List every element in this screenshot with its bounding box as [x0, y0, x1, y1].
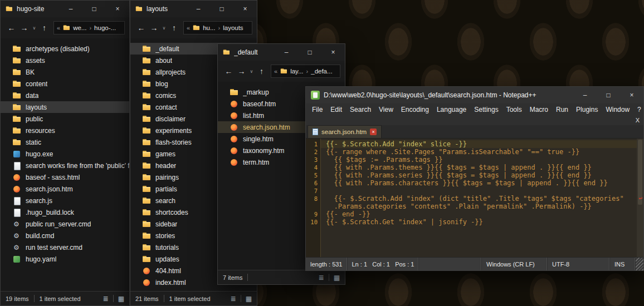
- code-line[interactable]: 10 {{- $.Scratch.Get "index" | jsonify -…: [306, 218, 643, 226]
- menu-search[interactable]: Search: [346, 106, 375, 113]
- line-number[interactable]: 3: [306, 156, 321, 164]
- details-view-icon[interactable]: ≣: [103, 295, 109, 302]
- close-button[interactable]: ×: [321, 44, 345, 61]
- title-bar[interactable]: layouts – □ ×: [130, 1, 257, 17]
- minimize-button[interactable]: –: [187, 1, 210, 17]
- breadcrumb-item[interactable]: _defa...: [311, 68, 332, 75]
- close-button[interactable]: ×: [106, 1, 129, 17]
- tab-close-icon[interactable]: ×: [370, 129, 377, 135]
- menu-run[interactable]: Run: [552, 106, 572, 113]
- file-row[interactable]: baseof - sass.html: [1, 171, 129, 183]
- close-document-button[interactable]: X: [636, 117, 640, 124]
- code-line[interactable]: 8 {{- $.Scratch.Add "index" (dict "title…: [306, 195, 643, 203]
- recent-locations-icon[interactable]: ∨: [31, 26, 38, 31]
- recent-locations-icon[interactable]: ∨: [160, 26, 168, 31]
- line-number[interactable]: 2: [306, 148, 321, 156]
- recent-locations-icon[interactable]: ∨: [248, 69, 255, 74]
- address-bar[interactable]: « hu... › layouts: [183, 21, 252, 34]
- file-row[interactable]: .hugo_build.lock: [1, 206, 129, 218]
- line-number[interactable]: 5: [306, 171, 321, 179]
- up-icon[interactable]: ↑: [38, 23, 51, 32]
- tab-search-json-htm[interactable]: search.json.htm ×: [308, 125, 382, 138]
- back-icon[interactable]: ←: [5, 23, 18, 32]
- line-number[interactable]: [306, 203, 321, 210]
- forward-icon[interactable]: →: [148, 23, 160, 32]
- breadcrumb-item[interactable]: lay...: [290, 68, 303, 75]
- file-row[interactable]: assets: [1, 55, 129, 66]
- menu-plugins[interactable]: Plugins: [572, 106, 602, 113]
- close-button[interactable]: ×: [233, 1, 257, 17]
- code-line[interactable]: 1 {{- $.Scratch.Add "index" slice -}} ↩: [306, 140, 643, 148]
- thumbnails-view-icon[interactable]: ▦: [118, 295, 124, 302]
- title-bar[interactable]: D:\www\web2.0\hugo-site\layouts\_default…: [306, 87, 643, 103]
- menu-view[interactable]: View: [375, 106, 397, 113]
- up-icon[interactable]: ↑: [255, 67, 268, 76]
- file-row[interactable]: data: [1, 90, 129, 101]
- resize-grip[interactable]: [636, 258, 643, 270]
- file-row[interactable]: layouts: [1, 101, 129, 113]
- details-view-icon[interactable]: ≣: [319, 274, 324, 281]
- code-line[interactable]: 7 ↩: [306, 187, 643, 195]
- back-icon[interactable]: ←: [135, 23, 148, 32]
- maximize-button[interactable]: □: [210, 1, 233, 17]
- breadcrumb-item[interactable]: layouts: [223, 24, 243, 31]
- file-row[interactable]: public run_server.cmd: [1, 218, 129, 230]
- line-number[interactable]: 4: [306, 164, 321, 171]
- minimize-button[interactable]: –: [275, 44, 298, 61]
- code-line[interactable]: 9 {{- end -}} ↩: [306, 210, 643, 218]
- menu-settings[interactable]: Settings: [470, 106, 502, 113]
- file-row[interactable]: run test server.cmd: [1, 241, 129, 253]
- address-bar[interactable]: « we... › hugo-...: [53, 21, 125, 34]
- address-bar[interactable]: « lay... › _defa...: [271, 65, 340, 78]
- thumbnails-view-icon[interactable]: ▦: [246, 295, 252, 302]
- menu-file[interactable]: File: [308, 106, 326, 113]
- menu-edit[interactable]: Edit: [326, 106, 346, 113]
- line-number[interactable]: 1: [306, 140, 321, 148]
- editor[interactable]: 1 {{- $.Scratch.Add "index" slice -}} ↩ …: [306, 139, 643, 257]
- up-icon[interactable]: ↑: [168, 23, 180, 32]
- line-number[interactable]: 8: [306, 195, 321, 203]
- minimize-button[interactable]: –: [59, 1, 82, 17]
- line-number[interactable]: 6: [306, 179, 321, 187]
- breadcrumb-item[interactable]: we...: [73, 24, 86, 31]
- file-row[interactable]: archetypes (disabled): [1, 43, 129, 55]
- code-area[interactable]: 1 {{- $.Scratch.Add "index" slice -}} ↩ …: [306, 139, 643, 226]
- file-row[interactable]: build.cmd: [1, 230, 129, 241]
- details-view-icon[interactable]: ≣: [231, 295, 236, 302]
- menu-help[interactable]: ?: [633, 106, 644, 113]
- file-row[interactable]: search works fine from the 'public' fo..…: [1, 160, 129, 171]
- menu-encoding[interactable]: Encoding: [397, 106, 433, 113]
- forward-icon[interactable]: →: [18, 23, 31, 32]
- menu-macro[interactable]: Macro: [526, 106, 552, 113]
- file-row[interactable]: hugo.exe: [1, 148, 129, 160]
- file-row[interactable]: search.json.htm: [1, 183, 129, 195]
- code-line[interactable]: 3 {{ $tags := .Params.tags }} ↩: [306, 156, 643, 164]
- forward-icon[interactable]: →: [235, 67, 248, 76]
- file-row[interactable]: resources: [1, 125, 129, 136]
- back-icon[interactable]: ←: [222, 67, 235, 76]
- code-line[interactable]: 6 {{ with .Params.characters }}{{ $tags …: [306, 179, 643, 187]
- maximize-button[interactable]: □: [82, 1, 106, 17]
- line-number[interactable]: 9: [306, 210, 321, 218]
- code-line[interactable]: 5 {{ with .Params.series }}{{ $tags = $t…: [306, 171, 643, 179]
- file-row[interactable]: hugo.yaml: [1, 253, 129, 265]
- maximize-button[interactable]: □: [298, 44, 321, 61]
- minimize-button[interactable]: –: [573, 87, 597, 103]
- breadcrumb-collapse-icon[interactable]: «: [57, 24, 60, 31]
- code-line[interactable]: .Params.categories "contents" .Plain "pe…: [306, 203, 643, 210]
- line-number[interactable]: 7: [306, 187, 321, 195]
- menu-tools[interactable]: Tools: [502, 106, 526, 113]
- thumbnails-view-icon[interactable]: ▦: [334, 274, 340, 281]
- code-line[interactable]: 2 {{- range where .Site.Pages "Params.is…: [306, 148, 643, 156]
- title-bar[interactable]: hugo-site – □ ×: [1, 1, 129, 17]
- file-row[interactable]: BK: [1, 66, 129, 78]
- breadcrumb-item[interactable]: hugo-...: [94, 24, 116, 31]
- file-row[interactable]: static: [1, 136, 129, 148]
- menu-language[interactable]: Language: [433, 106, 470, 113]
- title-bar[interactable]: _default – □ ×: [218, 44, 345, 61]
- maximize-button[interactable]: □: [597, 87, 620, 103]
- close-button[interactable]: ×: [620, 87, 643, 103]
- line-number[interactable]: 10: [306, 218, 321, 226]
- menu-window[interactable]: Window: [602, 106, 633, 113]
- file-row[interactable]: public: [1, 113, 129, 125]
